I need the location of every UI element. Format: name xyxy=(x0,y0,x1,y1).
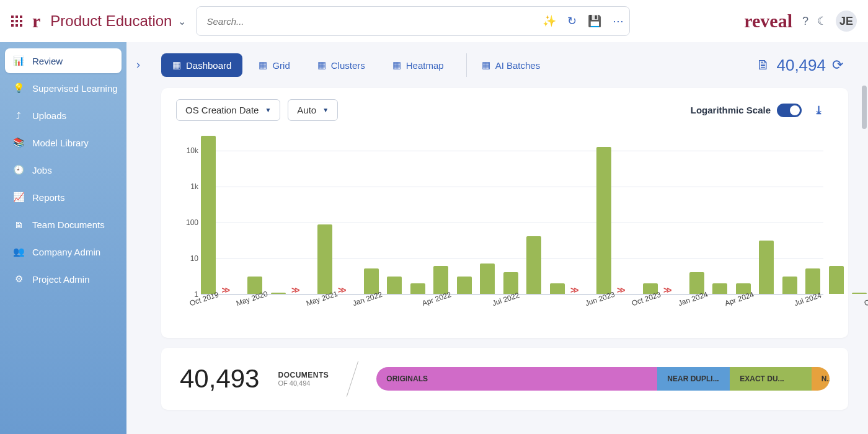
deduplication-segment[interactable]: N... xyxy=(812,367,830,391)
download-chart-icon[interactable]: ⤓ xyxy=(814,104,823,117)
refresh-icon[interactable]: ⟳ xyxy=(832,57,843,73)
chart-bar[interactable] xyxy=(480,264,495,294)
top-right-icons: ? ☾ JE xyxy=(802,11,857,32)
summary-label: DOCUMENTS xyxy=(278,371,329,379)
chart-plot[interactable]: >>>>>>>>>>>> xyxy=(201,133,823,294)
help-icon[interactable]: ? xyxy=(802,15,808,28)
svg-rect-7 xyxy=(16,24,18,27)
sidebar-item-uploads[interactable]: ⤴Uploads xyxy=(5,103,122,128)
y-tick: 100 xyxy=(186,218,198,227)
caret-down-icon: ▼ xyxy=(265,107,271,113)
chart-bar[interactable] xyxy=(387,277,402,294)
tab-heatmap[interactable]: ▦Heatmap xyxy=(381,53,455,77)
chart-bar[interactable] xyxy=(271,293,286,294)
chart-bar[interactable] xyxy=(317,224,332,294)
sidebar-item-model-library[interactable]: 📚Model Library xyxy=(5,130,122,155)
svg-rect-6 xyxy=(11,24,14,27)
deduplication-bar: ORIGINALSNEAR DUPLI...EXACT DU...N... xyxy=(376,367,830,391)
summary-label-block: DOCUMENTS OF 40,494 xyxy=(278,371,329,387)
chart-bar[interactable] xyxy=(712,283,727,294)
log-scale-toggle[interactable] xyxy=(777,104,802,117)
sidebar-item-jobs[interactable]: 🕘Jobs xyxy=(5,157,122,182)
deduplication-segment[interactable]: EXACT DU... xyxy=(730,367,812,391)
sidebar-item-team-documents[interactable]: 🗎Team Documents xyxy=(5,212,122,237)
sidebar-item-label: Supervised Learning xyxy=(32,83,118,94)
history-icon[interactable]: ↻ xyxy=(567,14,577,28)
tab-grid[interactable]: ▦Grid xyxy=(247,53,301,77)
tab-dashboard[interactable]: ▦Dashboard xyxy=(161,53,242,77)
brain-icon: 💡 xyxy=(12,82,25,94)
document-icon: 🗎 xyxy=(756,57,770,73)
svg-rect-3 xyxy=(11,20,14,22)
caret-down-icon: ▼ xyxy=(322,107,329,113)
time-gap-marker: >> xyxy=(291,285,298,295)
sidebar-item-supervised-learning[interactable]: 💡Supervised Learning xyxy=(5,76,122,100)
tab-clusters[interactable]: ▦Clusters xyxy=(306,53,376,77)
date-field-dropdown[interactable]: OS Creation Date ▼ xyxy=(176,99,280,121)
chart-bar[interactable] xyxy=(433,266,448,294)
y-tick: 10 xyxy=(190,254,198,263)
sidebar-item-label: Company Admin xyxy=(32,247,100,257)
chart-bar[interactable] xyxy=(829,266,844,294)
tab-ai-batches[interactable]: ▦AI Batches xyxy=(466,53,552,77)
sidebar-collapse-icon[interactable]: › xyxy=(136,58,140,71)
save-search-icon[interactable]: 💾 xyxy=(588,14,601,28)
gridline xyxy=(201,259,823,259)
document-icon: 🗎 xyxy=(12,218,25,231)
sidebar: 📊Review💡Supervised Learning⤴Uploads📚Mode… xyxy=(0,42,126,434)
chart-bar[interactable] xyxy=(201,136,216,294)
y-tick: 10k xyxy=(187,146,198,155)
sidebar-item-project-admin[interactable]: ⚙Project Admin xyxy=(5,267,122,291)
sidebar-item-label: Review xyxy=(32,56,63,66)
chart-bar[interactable] xyxy=(364,268,379,294)
tab-label: Dashboard xyxy=(186,60,231,71)
svg-rect-0 xyxy=(11,16,14,18)
deduplication-segment[interactable]: ORIGINALS xyxy=(376,367,657,391)
interval-dropdown[interactable]: Auto ▼ xyxy=(288,99,338,121)
chart-bar[interactable] xyxy=(852,293,867,294)
log-scale-label: Logarithmic Scale xyxy=(691,105,771,115)
svg-rect-2 xyxy=(20,16,22,18)
chart-card: OS Creation Date ▼ Auto ▼ Logarithmic Sc… xyxy=(161,88,848,338)
theme-toggle-icon[interactable]: ☾ xyxy=(817,14,827,28)
gear-icon: ⚙ xyxy=(12,273,25,285)
tab-label: Grid xyxy=(272,60,290,71)
chart-bar[interactable] xyxy=(759,241,774,294)
deduplication-segment[interactable]: NEAR DUPLI... xyxy=(657,367,730,391)
more-icon[interactable]: ⋯ xyxy=(613,14,624,28)
svg-rect-8 xyxy=(20,24,22,27)
upload-icon: ⤴ xyxy=(12,109,25,122)
apps-grid-icon[interactable] xyxy=(11,16,22,27)
chart-bar[interactable] xyxy=(410,283,425,294)
summary-count: 40,493 xyxy=(180,364,259,394)
chart-bar[interactable] xyxy=(526,236,541,294)
date-field-label: OS Creation Date xyxy=(185,105,259,115)
svg-rect-5 xyxy=(20,20,22,22)
avatar[interactable]: JE xyxy=(836,11,857,32)
sidebar-item-label: Uploads xyxy=(32,110,66,121)
clock-icon: 🕘 xyxy=(12,164,25,176)
project-selector[interactable]: Product Education ⌄ xyxy=(50,12,186,30)
tab-icon: ▦ xyxy=(259,60,267,71)
chart-bar[interactable] xyxy=(550,283,565,294)
people-icon: 👥 xyxy=(12,246,25,258)
chart-bar[interactable] xyxy=(782,277,797,294)
tab-icon: ▦ xyxy=(172,60,181,71)
svg-rect-1 xyxy=(16,16,18,18)
summary-count-block: 40,493 xyxy=(180,364,259,394)
scrollbar[interactable] xyxy=(862,86,867,129)
chart-bar[interactable] xyxy=(805,268,820,294)
sidebar-item-company-admin[interactable]: 👥Company Admin xyxy=(5,239,122,264)
time-gap-marker: >> xyxy=(663,285,670,295)
bar-chart-icon: 📊 xyxy=(12,55,25,67)
interval-label: Auto xyxy=(297,105,316,115)
sidebar-item-label: Project Admin xyxy=(32,274,90,285)
sidebar-item-reports[interactable]: 📈Reports xyxy=(5,185,122,210)
magic-wand-icon[interactable]: ✨ xyxy=(542,14,556,28)
sidebar-item-review[interactable]: 📊Review xyxy=(5,48,122,73)
tab-label: AI Batches xyxy=(495,60,541,71)
chart-bar[interactable] xyxy=(596,147,611,294)
reveal-logo-small: r xyxy=(32,12,40,30)
tab-icon: ▦ xyxy=(392,60,401,71)
chart-bar[interactable] xyxy=(457,277,472,294)
